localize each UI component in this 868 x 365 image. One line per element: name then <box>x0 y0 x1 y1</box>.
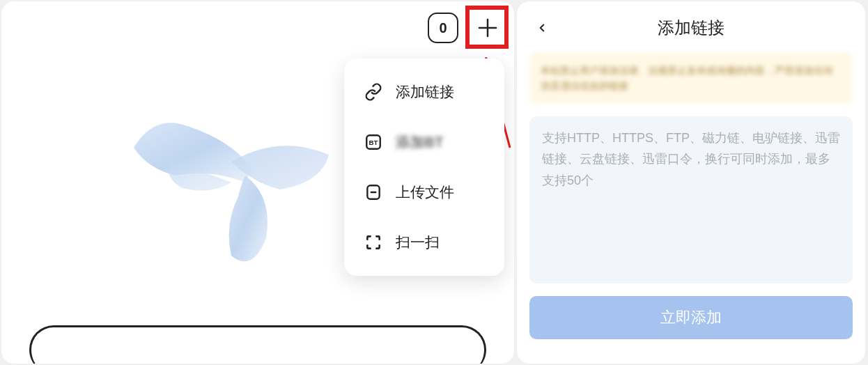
link-icon <box>364 82 383 102</box>
submit-add-button[interactable]: 立即添加 <box>529 296 853 339</box>
bird-illustration <box>127 92 371 301</box>
svg-text:BT: BT <box>369 139 378 146</box>
chevron-left-icon <box>536 22 548 34</box>
menu-item-add-link[interactable]: 添加链接 <box>344 67 504 117</box>
add-link-screen: 添加链接 本站禁止用户添加法律、法规禁止发布或传播的内容，严禁添加任何涉及违法信… <box>517 1 865 364</box>
scan-icon <box>364 233 383 252</box>
notice-banner: 本站禁止用户添加法律、法规禁止发布或传播的内容，严禁添加任何涉及违法信息的链接 <box>529 53 853 104</box>
highlight-box <box>465 6 509 49</box>
add-button[interactable] <box>471 11 504 45</box>
upload-file-icon <box>364 182 383 202</box>
menu-item-label: 添加BT <box>396 132 444 152</box>
bt-icon: BT <box>364 132 383 152</box>
header: 添加链接 <box>529 10 853 46</box>
notice-text: 本站禁止用户添加法律、法规禁止发布或传播的内容，严禁添加任何涉及违法信息的链接 <box>541 65 833 91</box>
input-placeholder: 支持HTTP、HTTPS、FTP、磁力链、电驴链接、迅雷链接、云盘链接、迅雷口令… <box>542 131 840 187</box>
button-label: 立即添加 <box>660 307 722 328</box>
badge-value: 0 <box>439 20 447 36</box>
menu-item-add-bt[interactable]: BT 添加BT <box>344 117 504 167</box>
menu-item-label: 添加链接 <box>396 82 454 102</box>
menu-item-label: 扫一扫 <box>396 233 440 252</box>
menu-item-scan[interactable]: 扫一扫 <box>344 217 504 267</box>
search-bar-partial[interactable] <box>29 325 486 364</box>
add-dropdown-menu: 添加链接 BT 添加BT 上传文件 <box>344 59 504 276</box>
main-screen: 0 添加链接 <box>1 1 514 364</box>
back-button[interactable] <box>531 17 553 39</box>
downloads-count-badge[interactable]: 0 <box>428 13 458 43</box>
menu-item-label: 上传文件 <box>396 182 454 202</box>
link-input[interactable]: 支持HTTP、HTTPS、FTP、磁力链、电驴链接、迅雷链接、云盘链接、迅雷口令… <box>529 116 853 284</box>
menu-item-upload-file[interactable]: 上传文件 <box>344 167 504 217</box>
top-actions: 0 <box>428 11 504 45</box>
page-title: 添加链接 <box>529 17 853 39</box>
